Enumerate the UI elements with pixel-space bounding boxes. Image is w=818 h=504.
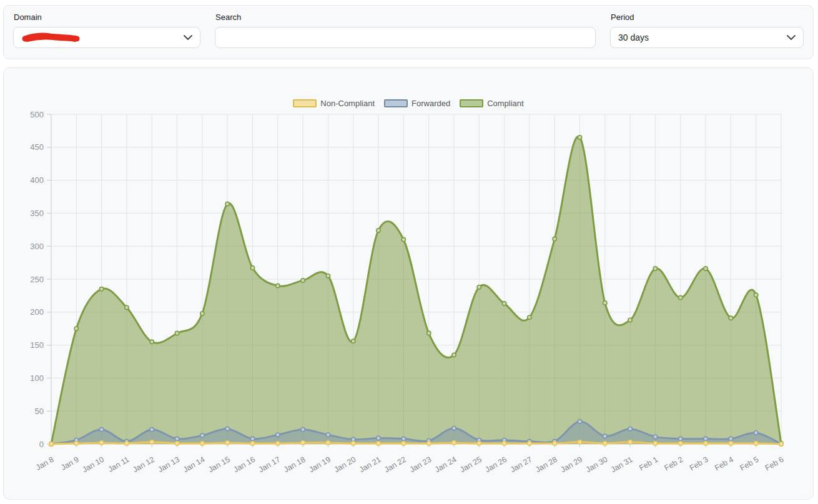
svg-text:400: 400 xyxy=(30,175,44,185)
svg-text:Jan 27: Jan 27 xyxy=(509,455,534,474)
legend-swatch-compliant xyxy=(460,99,483,107)
series-non-compliant-point xyxy=(250,442,254,445)
series-compliant-point xyxy=(679,295,682,299)
series-forwarded-point xyxy=(754,431,758,435)
series-non-compliant-point xyxy=(779,442,783,446)
series-non-compliant-point xyxy=(754,442,758,445)
series-forwarded-point xyxy=(250,437,254,440)
search-input[interactable] xyxy=(215,27,596,48)
compliance-chart-card: Non-CompliantForwardedCompliant 05010015… xyxy=(3,67,814,500)
series-compliant-point xyxy=(528,315,531,319)
svg-text:Jan 19: Jan 19 xyxy=(307,455,332,474)
svg-text:Feb 6: Feb 6 xyxy=(764,455,786,472)
series-non-compliant-point xyxy=(477,442,481,445)
series-compliant-point xyxy=(150,340,154,343)
series-compliant-point xyxy=(402,237,405,241)
series-non-compliant-point xyxy=(402,442,405,445)
series-non-compliant-point xyxy=(578,440,581,444)
series-forwarded-point xyxy=(276,433,280,437)
svg-text:Jan 22: Jan 22 xyxy=(383,455,408,474)
series-non-compliant-point xyxy=(452,441,456,445)
series-non-compliant-point xyxy=(603,442,607,445)
svg-text:Jan 25: Jan 25 xyxy=(458,455,483,474)
svg-text:Jan 10: Jan 10 xyxy=(81,455,106,474)
svg-text:Jan 20: Jan 20 xyxy=(333,455,358,474)
series-non-compliant-point xyxy=(74,442,78,445)
series-non-compliant-point xyxy=(427,442,431,445)
svg-text:Jan 26: Jan 26 xyxy=(484,455,509,474)
period-selected-value: 30 days xyxy=(618,32,649,42)
series-compliant-point xyxy=(99,287,103,291)
series-non-compliant-point xyxy=(502,442,506,445)
series-compliant-point xyxy=(754,293,758,297)
series-compliant-point xyxy=(502,302,506,305)
chart-legend: Non-CompliantForwardedCompliant xyxy=(4,99,813,108)
series-forwarded-point xyxy=(352,437,355,441)
series-forwarded-point xyxy=(704,437,707,440)
svg-text:Jan 28: Jan 28 xyxy=(534,455,559,474)
series-forwarded-point xyxy=(729,437,732,440)
svg-text:Jan 18: Jan 18 xyxy=(282,455,307,474)
series-non-compliant-point xyxy=(704,442,707,445)
redacted-domain-scribble xyxy=(21,32,81,43)
filter-bar: Domain Search Period 30 days xyxy=(3,5,814,59)
series-forwarded-point xyxy=(402,437,405,440)
series-forwarded-point xyxy=(301,428,305,432)
svg-text:50: 50 xyxy=(35,407,44,416)
series-forwarded-point xyxy=(452,427,456,430)
legend-item-forwarded[interactable]: Forwarded xyxy=(384,99,450,108)
series-non-compliant-point xyxy=(276,442,280,445)
series-forwarded-point xyxy=(99,428,103,432)
series-non-compliant-point xyxy=(628,440,632,444)
search-field-group: Search xyxy=(215,12,596,59)
series-compliant-point xyxy=(352,339,355,343)
svg-text:350: 350 xyxy=(30,209,44,218)
legend-label-forwarded: Forwarded xyxy=(411,99,450,108)
legend-item-non-compliant[interactable]: Non-Compliant xyxy=(293,99,375,108)
series-non-compliant-point xyxy=(729,442,732,445)
svg-text:Jan 23: Jan 23 xyxy=(408,455,433,474)
svg-text:Jan 31: Jan 31 xyxy=(609,455,634,474)
svg-text:Jan 16: Jan 16 xyxy=(232,455,257,474)
series-forwarded-point xyxy=(200,433,204,437)
series-compliant-point xyxy=(250,266,254,270)
series-non-compliant-point xyxy=(225,441,229,445)
period-select[interactable]: 30 days xyxy=(610,27,804,48)
series-non-compliant-point xyxy=(553,442,556,445)
svg-text:Feb 2: Feb 2 xyxy=(663,455,685,472)
svg-text:Feb 5: Feb 5 xyxy=(739,455,761,472)
domain-label: Domain xyxy=(14,12,200,22)
series-compliant-point xyxy=(553,237,556,240)
chevron-down-icon xyxy=(787,35,796,40)
svg-text:Feb 3: Feb 3 xyxy=(688,455,710,472)
svg-text:300: 300 xyxy=(30,242,44,251)
legend-swatch-forwarded xyxy=(384,99,408,107)
series-compliant-point xyxy=(301,279,305,282)
legend-label-compliant: Compliant xyxy=(487,99,524,108)
domain-select[interactable] xyxy=(13,27,200,48)
series-compliant-point xyxy=(729,316,732,320)
svg-text:500: 500 xyxy=(30,110,44,119)
svg-text:Jan 15: Jan 15 xyxy=(207,455,232,474)
series-non-compliant-point xyxy=(301,441,305,445)
legend-item-compliant[interactable]: Compliant xyxy=(460,99,524,108)
series-non-compliant-point xyxy=(175,442,179,445)
svg-text:450: 450 xyxy=(30,142,44,152)
svg-text:0: 0 xyxy=(39,440,44,449)
series-compliant xyxy=(49,136,783,446)
series-compliant-point xyxy=(427,331,431,335)
series-forwarded-point xyxy=(603,434,607,438)
svg-text:150: 150 xyxy=(30,340,44,350)
chevron-down-icon xyxy=(184,35,192,40)
series-forwarded-point xyxy=(326,433,330,437)
legend-label-non-compliant: Non-Compliant xyxy=(320,99,375,108)
search-label: Search xyxy=(215,12,596,22)
series-forwarded-point xyxy=(150,428,154,432)
series-compliant-point xyxy=(477,285,481,289)
series-forwarded-point xyxy=(377,436,380,440)
series-non-compliant-point xyxy=(653,442,657,445)
series-non-compliant-point xyxy=(200,442,204,445)
series-forwarded-point xyxy=(653,435,657,438)
series-compliant-point xyxy=(603,301,607,305)
svg-text:Jan 8: Jan 8 xyxy=(34,455,56,472)
